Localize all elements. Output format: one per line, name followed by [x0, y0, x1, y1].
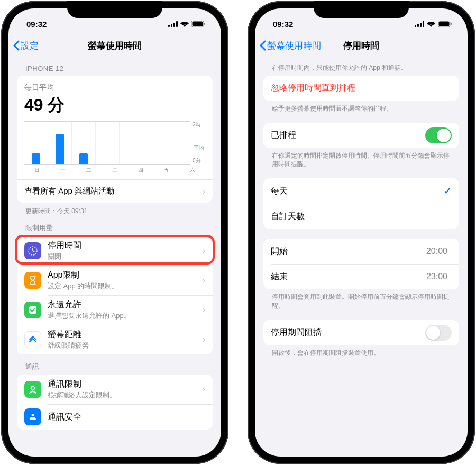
updated-time: 更新時間：今天 09:31	[17, 203, 213, 216]
block-footer: 開啟後，會在停用期間阻擋裝置使用。	[263, 345, 459, 358]
row-every-day[interactable]: 每天 ✓	[263, 178, 459, 204]
svg-rect-16	[451, 23, 452, 25]
comm-group: 通訊限制 根據聯絡人設定限制。 › 通訊安全	[17, 375, 213, 430]
row-ignore-schedule[interactable]: 忽略停用時間直到排程	[263, 76, 459, 101]
chevron-left-icon	[13, 40, 20, 51]
see-all-activity[interactable]: 查看所有 App 與網站活動 ›	[17, 179, 213, 203]
phone-left: 09:32 設定 螢幕使用時間 IPHONE 12 每日平均 49 分	[1, 1, 228, 464]
comm-safety-icon	[24, 408, 41, 425]
intro-text: 在停用時間內，只能使用你允許的 App 和通話。	[263, 57, 459, 72]
daily-avg-label: 每日平均	[24, 83, 205, 93]
notch	[67, 1, 162, 18]
chevron-right-icon: ›	[203, 276, 205, 285]
y-avg: 平均	[194, 144, 204, 152]
page-title: 螢幕使用時間	[8, 40, 221, 52]
back-button[interactable]: 螢幕使用時間	[259, 40, 321, 52]
nav-bar: 設定 螢幕使用時間	[8, 34, 221, 57]
status-time: 09:32	[273, 20, 293, 29]
ignore-label: 忽略停用時間直到排程	[271, 83, 355, 94]
status-icons	[415, 21, 452, 27]
distance-icon	[24, 331, 41, 348]
back-button[interactable]: 設定	[13, 40, 39, 52]
row-scheduled[interactable]: 已排程	[263, 123, 459, 148]
downtime-sub: 關閉	[48, 252, 203, 261]
status-time: 09:32	[26, 20, 47, 29]
start-value: 20:00	[426, 247, 447, 256]
svg-rect-10	[415, 25, 416, 27]
comm-sub: 根據聯絡人設定限制。	[48, 390, 203, 400]
distance-sub: 舒緩眼睛疲勞	[48, 341, 203, 350]
row-screen-distance[interactable]: 螢幕距離 舒緩眼睛疲勞 ›	[17, 325, 213, 354]
svg-rect-12	[420, 23, 422, 27]
row-downtime[interactable]: 停用時間 關閉 ›	[17, 236, 213, 266]
usage-chart-card[interactable]: 每日平均 49 分 2時 平均 0分 日一二三四五六 查	[17, 76, 213, 203]
content-left[interactable]: IPHONE 12 每日平均 49 分 2時 平均 0分 日一	[8, 57, 221, 457]
row-app-limits[interactable]: App限制 設定 App 的時間限制。 ›	[17, 266, 213, 295]
svg-rect-13	[423, 21, 424, 27]
end-value: 23:00	[426, 272, 447, 281]
row-start-time[interactable]: 開始 20:00	[263, 239, 459, 264]
screen-right: 09:32 螢幕使用時間 停用時間 在停用時間內，只能使用你允許的 App 和通…	[255, 8, 468, 457]
comm-header: 通訊	[17, 354, 213, 375]
svg-point-9	[31, 387, 35, 390]
row-comm-safety[interactable]: 通訊安全	[17, 404, 213, 430]
block-card: 停用期間阻擋	[263, 320, 459, 345]
chevron-right-icon: ›	[203, 187, 205, 196]
y-bot: 0分	[193, 157, 205, 165]
chevron-right-icon: ›	[203, 385, 205, 394]
svg-rect-0	[168, 25, 170, 27]
row-always-allowed[interactable]: 永遠允許 選擇想要永遠允許的 App。 ›	[17, 295, 213, 325]
x-axis: 日一二三四五六	[24, 167, 205, 174]
downtime-icon	[24, 242, 41, 259]
device-header: IPHONE 12	[17, 57, 213, 76]
custom-days-label: 自訂天數	[271, 211, 452, 222]
block-label: 停用期間阻擋	[271, 327, 425, 338]
limits-header: 限制用量	[17, 216, 213, 236]
content-right[interactable]: 在停用時間內，只能使用你允許的 App 和通話。 忽略停用時間直到排程 給予更多…	[255, 57, 468, 457]
end-label: 結束	[271, 271, 426, 282]
chevron-right-icon: ›	[203, 335, 205, 344]
svg-rect-11	[417, 24, 419, 27]
chevron-left-icon	[259, 40, 266, 51]
svg-rect-3	[176, 21, 178, 27]
status-icons	[168, 21, 205, 27]
chevron-right-icon: ›	[203, 246, 205, 256]
always-sub: 選擇想要永遠允許的 App。	[48, 311, 203, 321]
row-custom-days[interactable]: 自訂天數	[263, 204, 459, 229]
ignore-card: 忽略停用時間直到排程	[263, 76, 459, 101]
svg-rect-2	[173, 23, 175, 27]
comm-title: 通訊限制	[48, 379, 203, 390]
scheduled-toggle[interactable]	[425, 127, 452, 143]
cellular-icon	[415, 21, 424, 27]
scheduled-card: 已排程	[263, 123, 459, 148]
time-card: 開始 20:00 結束 23:00	[263, 239, 459, 289]
applimits-title: App限制	[48, 270, 203, 281]
svg-rect-1	[171, 24, 172, 27]
limits-group: 停用時間 關閉 › App限制 設定 App 的時間限制。 ›	[17, 236, 213, 354]
y-top: 2時	[193, 121, 205, 129]
svg-rect-6	[204, 23, 205, 25]
screen-left: 09:32 設定 螢幕使用時間 IPHONE 12 每日平均 49 分	[8, 8, 221, 457]
check-shield-icon	[24, 302, 41, 318]
ignore-footer: 給予更多螢幕使用時間而不調整你的排程。	[263, 101, 459, 113]
phone-right: 09:32 螢幕使用時間 停用時間 在停用時間內，只能使用你允許的 App 和通…	[248, 1, 475, 464]
block-toggle[interactable]	[425, 325, 452, 341]
daily-avg-value: 49 分	[24, 94, 205, 117]
battery-icon	[438, 21, 452, 27]
wifi-icon	[427, 21, 435, 27]
distance-title: 螢幕距離	[48, 329, 203, 340]
frequency-card: 每天 ✓ 自訂天數	[263, 178, 459, 229]
notch	[314, 1, 409, 18]
scheduled-label: 已排程	[271, 130, 425, 141]
svg-rect-15	[439, 22, 450, 26]
hourglass-icon	[24, 272, 41, 289]
applimits-sub: 設定 App 的時間限制。	[48, 281, 203, 291]
always-title: 永遠允許	[48, 299, 203, 311]
wifi-icon	[180, 21, 189, 27]
row-end-time[interactable]: 結束 23:00	[263, 264, 459, 289]
row-block[interactable]: 停用期間阻擋	[263, 320, 459, 345]
start-label: 開始	[271, 246, 426, 257]
comm-icon	[24, 381, 41, 398]
comm-safety-title: 通訊安全	[48, 412, 205, 423]
row-comm-limits[interactable]: 通訊限制 根據聯絡人設定限制。 ›	[17, 375, 213, 404]
